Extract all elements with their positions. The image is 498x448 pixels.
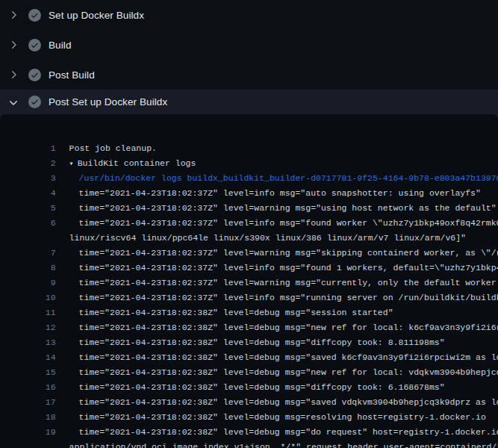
log-line-number[interactable]: 5 — [21, 201, 56, 216]
log-line-number[interactable]: 16 — [21, 380, 56, 395]
check-circle-icon — [28, 69, 41, 81]
log-line-number[interactable]: 11 — [21, 305, 56, 320]
step-row[interactable]: Build — [0, 30, 498, 60]
log-line-text: ▾time="2021-04-23T18:02:37Z" level=info … — [56, 188, 481, 198]
log-line-text: ▾time="2021-04-23T18:02:37Z" level=warni… — [56, 278, 498, 287]
log-line-number[interactable]: 19 — [21, 425, 56, 440]
log-line-number[interactable]: 8 — [21, 261, 56, 276]
log-line-text: ▾time="2021-04-23T18:02:38Z" level=debug… — [56, 323, 498, 332]
log-line-text: ▾time="2021-04-23T18:02:38Z" level=debug… — [56, 382, 445, 392]
log-line-text: ▾application/vnd.oci.image.index.v1+json… — [56, 442, 498, 448]
chevron-right-icon[interactable] — [7, 39, 19, 51]
log-line-text: ▾/usr/bin/docker logs buildx_buildkit_bu… — [56, 173, 498, 183]
step-row[interactable]: Set up Docker Buildx — [0, 0, 498, 30]
log-line-text: ▾time="2021-04-23T18:02:37Z" level=info … — [56, 293, 498, 302]
log-line-number[interactable]: 14 — [21, 350, 56, 365]
log-lines: 1▾Post job cleanup. 2▾BuildKit container… — [0, 114, 498, 448]
log-line-text: ▾time="2021-04-23T18:02:38Z" level=debug… — [56, 352, 498, 362]
chevron-right-icon[interactable] — [7, 69, 19, 81]
log-line-text: ▾time="2021-04-23T18:02:37Z" level=warni… — [56, 203, 497, 213]
log-line-number[interactable]: 17 — [21, 395, 56, 410]
log-line-number[interactable]: 12 — [21, 320, 56, 335]
log-line-text: ▾Post job cleanup. — [56, 143, 157, 153]
steps-list: Set up Docker Buildx Build Post Buil — [0, 0, 498, 90]
log-line-number[interactable]: 2 — [21, 156, 56, 171]
log-line-number[interactable]: 15 — [21, 365, 56, 380]
log-line-number[interactable]: 1 — [21, 141, 56, 156]
chevron-down-icon[interactable] — [7, 96, 19, 108]
log-line-number[interactable]: 3 — [21, 171, 56, 186]
log-line-text: ▾time="2021-04-23T18:02:38Z" level=debug… — [56, 397, 498, 407]
log-line-number[interactable]: 10 — [21, 290, 56, 305]
log-line-text: ▾time="2021-04-23T18:02:38Z" level=debug… — [56, 367, 498, 377]
log-line-text: ▾BuildKit container logs — [56, 158, 196, 168]
log-line-text: ▾time="2021-04-23T18:02:38Z" level=debug… — [56, 412, 486, 422]
step-label: Post Build — [49, 69, 95, 81]
check-circle-icon — [28, 39, 41, 52]
log-line-text: ▾time="2021-04-23T18:02:37Z" level=info … — [56, 218, 498, 228]
log-line: 1▾Post job cleanup. — [0, 126, 498, 141]
expanded-step-header[interactable]: Post Set up Docker Buildx — [0, 90, 498, 114]
chevron-right-icon[interactable] — [7, 9, 19, 21]
check-circle-icon — [28, 96, 41, 108]
log-line-number[interactable]: 9 — [21, 276, 56, 290]
step-label: Set up Docker Buildx — [49, 10, 144, 21]
step-label: Build — [49, 40, 72, 51]
log-line-text: ▾time="2021-04-23T18:02:38Z" level=debug… — [56, 427, 498, 437]
log-line-text: ▾time="2021-04-23T18:02:38Z" level=debug… — [56, 308, 393, 317]
github-actions-log-viewer: Set up Docker Buildx Build Post Buil — [0, 0, 498, 448]
log-line-text: ▾time="2021-04-23T18:02:38Z" level=debug… — [56, 337, 445, 347]
log-line-number[interactable]: 6 — [21, 216, 56, 231]
log-line-text: ▾linux/riscv64 linux/ppc64le linux/s390x… — [56, 233, 466, 243]
expanded-step-label: Post Set up Docker Buildx — [49, 96, 167, 108]
log-line-number[interactable]: 4 — [21, 186, 56, 201]
log-container: 1▾Post job cleanup. 2▾BuildKit container… — [0, 114, 498, 448]
log-line-number[interactable]: 18 — [21, 410, 56, 425]
check-circle-icon — [28, 9, 41, 22]
log-line-number[interactable]: 13 — [21, 335, 56, 350]
log-line-number[interactable]: 7 — [21, 246, 56, 261]
log-line-text: ▾time="2021-04-23T18:02:37Z" level=info … — [56, 263, 498, 273]
log-group-caret-icon[interactable]: ▾ — [69, 160, 74, 168]
log-line-text: ▾time="2021-04-23T18:02:37Z" level=warni… — [56, 248, 498, 258]
step-row[interactable]: Post Build — [0, 60, 498, 90]
